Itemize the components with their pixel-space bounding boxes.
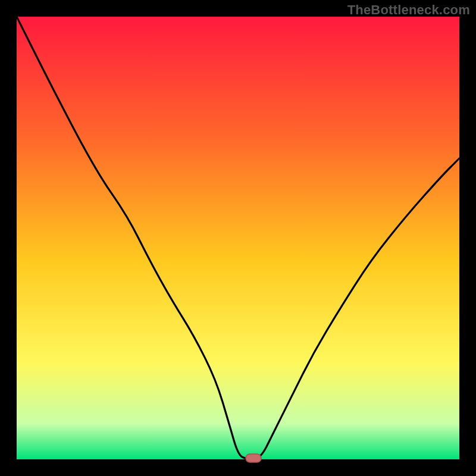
gradient-background [17, 17, 459, 459]
watermark-text: TheBottleneck.com [347, 2, 470, 18]
chart-frame: { "watermark": "TheBottleneck.com", "col… [0, 0, 476, 476]
optimal-marker [246, 454, 261, 462]
bottleneck-chart [0, 0, 476, 476]
